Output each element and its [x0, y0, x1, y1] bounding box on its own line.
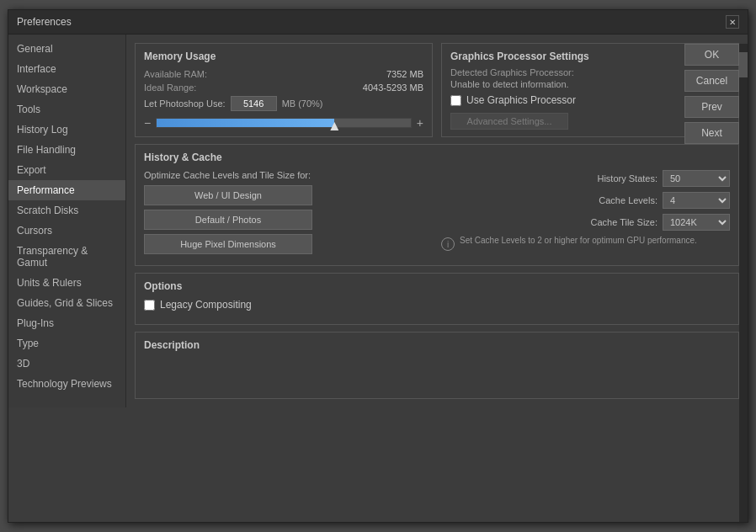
- cache-levels-row: Cache Levels: 4 2 8: [441, 192, 730, 209]
- gpu-info-text: Set Cache Levels to 2 or higher for opti…: [460, 236, 697, 245]
- hc-left: Optimize Cache Levels and Tile Size for:…: [144, 170, 433, 258]
- let-use-row: Let Photoshop Use: MB (70%): [144, 96, 423, 111]
- optimize-label: Optimize Cache Levels and Tile Size for:: [144, 170, 433, 180]
- legacy-compositing-row: Legacy Compositing: [144, 299, 730, 311]
- hc-inner: Optimize Cache Levels and Tile Size for:…: [144, 170, 730, 258]
- next-button[interactable]: Next: [684, 122, 739, 144]
- cache-tile-label: Cache Tile Size:: [441, 217, 658, 227]
- gpu-info-row: i Set Cache Levels to 2 or higher for op…: [441, 236, 730, 251]
- history-cache-title: History & Cache: [144, 152, 730, 163]
- cache-tile-select[interactable]: 1024K 512K 2048K: [663, 214, 730, 231]
- top-row: Memory Usage Available RAM: 7352 MB Idea…: [135, 43, 739, 137]
- available-value: 7352 MB: [386, 69, 423, 79]
- sidebar-item-technology-previews[interactable]: Technology Previews: [8, 374, 125, 394]
- memory-slider[interactable]: [156, 118, 412, 128]
- mb-suffix: MB (70%): [282, 98, 323, 109]
- main-content: Memory Usage Available RAM: 7352 MB Idea…: [126, 35, 748, 407]
- sidebar-item-scratch-disks[interactable]: Scratch Disks: [8, 200, 125, 221]
- use-gpu-checkbox[interactable]: [450, 95, 461, 106]
- slider-plus-icon[interactable]: +: [417, 116, 423, 130]
- legacy-compositing-label: Legacy Compositing: [160, 299, 252, 311]
- options-section: Options Legacy Compositing: [135, 273, 739, 325]
- legacy-compositing-checkbox[interactable]: [144, 300, 155, 311]
- ideal-value: 4043-5293 MB: [363, 82, 423, 93]
- memory-slider-row: − +: [144, 116, 423, 130]
- slider-fill: [157, 119, 334, 127]
- history-states-label: History States:: [441, 173, 658, 184]
- memory-section: Memory Usage Available RAM: 7352 MB Idea…: [135, 43, 433, 137]
- cache-levels-select[interactable]: 4 2 8: [663, 192, 730, 209]
- description-section: Description: [135, 332, 739, 399]
- scrollbar[interactable]: [739, 44, 748, 522]
- close-button[interactable]: ✕: [726, 15, 739, 29]
- scroll-thumb: [739, 52, 748, 77]
- description-title: Description: [144, 339, 730, 351]
- sidebar-item-export[interactable]: Export: [8, 160, 125, 180]
- available-ram-row: Available RAM: 7352 MB: [144, 69, 423, 79]
- cancel-button[interactable]: Cancel: [684, 70, 739, 92]
- info-icon: i: [441, 237, 455, 251]
- web-ui-design-button[interactable]: Web / UI Design: [144, 185, 312, 205]
- huge-pixel-button[interactable]: Huge Pixel Dimensions: [144, 234, 312, 254]
- history-states-row: History States: 50 20 100: [441, 170, 730, 187]
- default-photos-button[interactable]: Default / Photos: [144, 210, 312, 230]
- let-use-label: Let Photoshop Use:: [144, 98, 226, 109]
- advanced-settings-button[interactable]: Advanced Settings...: [450, 113, 568, 130]
- preferences-dialog: Preferences ✕ General Interface Workspac…: [8, 9, 748, 523]
- prev-button[interactable]: Prev: [684, 96, 739, 118]
- sidebar-item-transparency-gamut[interactable]: Transparency & Gamut: [8, 241, 125, 273]
- sidebar-item-workspace[interactable]: Workspace: [8, 79, 125, 99]
- cache-levels-label: Cache Levels:: [441, 195, 658, 205]
- sidebar-item-performance[interactable]: Performance: [8, 180, 125, 200]
- options-title: Options: [144, 280, 730, 292]
- title-bar: Preferences ✕: [8, 10, 748, 35]
- sidebar-item-cursors[interactable]: Cursors: [8, 221, 125, 241]
- sidebar-item-history-log[interactable]: History Log: [8, 120, 125, 140]
- let-use-input[interactable]: [231, 96, 277, 111]
- sidebar-item-type[interactable]: Type: [8, 333, 125, 354]
- use-gpu-label: Use Graphics Processor: [466, 94, 576, 106]
- memory-title: Memory Usage: [144, 51, 423, 62]
- cache-tile-row: Cache Tile Size: 1024K 512K 2048K: [441, 214, 730, 231]
- sidebar: General Interface Workspace Tools Histor…: [8, 35, 126, 407]
- ok-button[interactable]: OK: [684, 44, 739, 66]
- history-states-select[interactable]: 50 20 100: [663, 170, 730, 187]
- slider-minus-icon[interactable]: −: [144, 116, 151, 130]
- history-cache-section: History & Cache Optimize Cache Levels an…: [135, 144, 739, 266]
- sidebar-item-interface[interactable]: Interface: [8, 59, 125, 79]
- available-label: Available RAM:: [144, 69, 207, 79]
- ideal-range-row: Ideal Range: 4043-5293 MB: [144, 82, 423, 93]
- sidebar-item-3d[interactable]: 3D: [8, 354, 125, 374]
- sidebar-item-plug-ins[interactable]: Plug-Ins: [8, 313, 125, 333]
- right-buttons: OK Cancel Prev Next: [684, 44, 739, 144]
- sidebar-item-units-rulers[interactable]: Units & Rulers: [8, 273, 125, 293]
- sidebar-item-guides-grid-slices[interactable]: Guides, Grid & Slices: [8, 293, 125, 313]
- sidebar-item-tools[interactable]: Tools: [8, 99, 125, 120]
- dialog-title: Preferences: [17, 16, 72, 28]
- dialog-body: General Interface Workspace Tools Histor…: [8, 35, 748, 407]
- ideal-label: Ideal Range:: [144, 82, 196, 93]
- sidebar-item-file-handling[interactable]: File Handling: [8, 140, 125, 160]
- hc-right: History States: 50 20 100 Cache Levels: …: [441, 170, 730, 258]
- sidebar-item-general[interactable]: General: [8, 39, 125, 59]
